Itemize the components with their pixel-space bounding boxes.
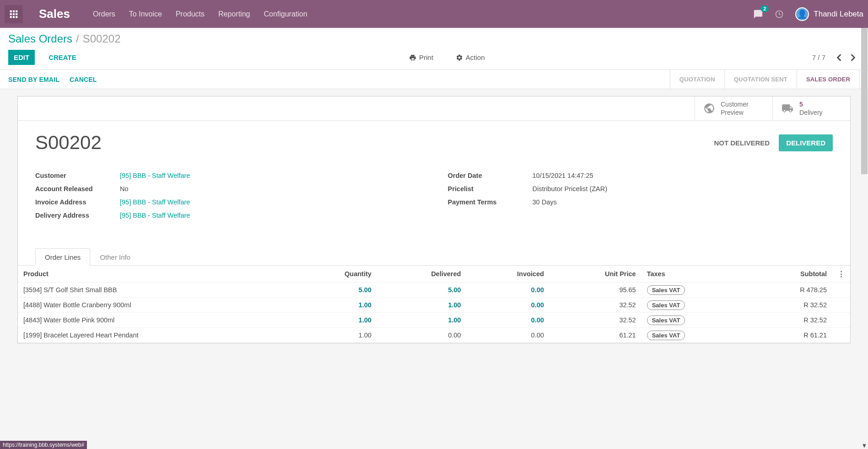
th-delivered: Delivered [377, 266, 467, 283]
table-row[interactable]: [4488] Water Bottle Cranberry 900ml1.001… [18, 298, 850, 313]
status-steps: QUOTATION QUOTATION SENT SALES ORDER [670, 70, 860, 89]
status-bar: SEND BY EMAIL CANCEL QUOTATION QUOTATION… [0, 70, 868, 89]
tax-badge: Sales VAT [647, 331, 685, 340]
svg-rect-4 [13, 13, 15, 15]
value-account-released: No [120, 185, 129, 192]
customer-preview-label1: Customer [721, 100, 749, 108]
activities-icon[interactable] [775, 10, 784, 19]
scrollbar[interactable] [861, 28, 868, 174]
cell-taxes: Sales VAT [642, 283, 749, 298]
cell-product: [3594] S/T Golf Shirt Small BBB [18, 283, 294, 298]
nav-item-reporting[interactable]: Reporting [218, 10, 250, 18]
form-col-left: Customer [95] BBB - Staff Welfare Accoun… [35, 172, 421, 225]
cancel-button[interactable]: CANCEL [70, 76, 97, 83]
delivery-count: 5 [799, 100, 823, 108]
label-order-date: Order Date [448, 172, 533, 179]
cell-subtotal: R 478.25 [749, 283, 832, 298]
cell-unit-price: 32.52 [550, 298, 642, 313]
table-row[interactable]: [3594] S/T Golf Shirt Small BBB5.005.000… [18, 283, 850, 298]
control-panel: Sales Orders / S00202 EDIT CREATE Print … [0, 28, 868, 70]
chat-badge: 2 [760, 5, 769, 12]
tab-order-lines[interactable]: Order Lines [35, 248, 90, 266]
chevron-right-icon [850, 53, 856, 62]
cell-quantity: 1.00 [294, 328, 377, 343]
app-brand[interactable]: Sales [39, 7, 70, 21]
cell-unit-price: 61.21 [550, 328, 642, 343]
pager-text[interactable]: 7 / 7 [812, 53, 825, 61]
cell-delivered: 1.00 [377, 313, 467, 328]
svg-rect-2 [16, 10, 17, 12]
order-lines-table: Product Quantity Delivered Invoiced Unit… [18, 266, 850, 343]
top-navbar: Sales Orders To Invoice Products Reporti… [0, 0, 868, 28]
customer-preview-button[interactable]: Customer Preview [695, 96, 772, 120]
cell-quantity: 1.00 [294, 313, 377, 328]
status-step-quotation-sent[interactable]: QUOTATION SENT [724, 70, 797, 89]
cell-product: [4488] Water Bottle Cranberry 900ml [18, 298, 294, 313]
edit-button[interactable]: EDIT [8, 50, 35, 65]
not-delivered-button[interactable]: NOT DELIVERED [706, 134, 777, 151]
tab-other-info[interactable]: Other Info [90, 248, 140, 266]
messaging-icon[interactable]: 2 [753, 9, 763, 19]
cell-quantity: 1.00 [294, 298, 377, 313]
delivery-status-toggle: NOT DELIVERED DELIVERED [706, 134, 833, 151]
status-step-quotation[interactable]: QUOTATION [670, 70, 724, 89]
table-row[interactable]: [1999] Bracelet Layered Heart Pendant1.0… [18, 328, 850, 343]
breadcrumb-separator: / [76, 32, 79, 45]
tax-badge: Sales VAT [647, 285, 685, 295]
label-delivery-address: Delivery Address [35, 212, 120, 219]
print-icon [409, 54, 416, 61]
nav-menu: Orders To Invoice Products Reporting Con… [93, 10, 307, 18]
tax-badge: Sales VAT [647, 315, 685, 325]
svg-rect-7 [13, 16, 15, 18]
value-order-date: 10/15/2021 14:47:25 [533, 172, 593, 179]
svg-rect-3 [10, 13, 12, 15]
pager-next[interactable] [846, 51, 860, 64]
nav-item-to-invoice[interactable]: To Invoice [129, 10, 162, 18]
value-invoice-address[interactable]: [95] BBB - Staff Welfare [120, 198, 190, 206]
apps-menu-icon[interactable] [5, 5, 23, 23]
pager-prev[interactable] [832, 51, 846, 64]
send-by-email-button[interactable]: SEND BY EMAIL [8, 76, 59, 83]
label-invoice-address: Invoice Address [35, 198, 120, 206]
form-col-right: Order Date 10/15/2021 14:47:25 Pricelist… [448, 172, 833, 225]
breadcrumb-current: S00202 [83, 32, 121, 45]
table-row[interactable]: [4843] Water Bottle Pink 900ml1.001.000.… [18, 313, 850, 328]
label-account-released: Account Released [35, 185, 120, 192]
th-columns-toggle[interactable]: ⋮ [832, 266, 850, 283]
cell-subtotal: R 32.52 [749, 313, 832, 328]
status-step-sales-order[interactable]: SALES ORDER [797, 70, 860, 89]
pager-arrows [832, 51, 860, 64]
user-name: Thandi Lebeta [814, 10, 863, 19]
value-delivery-address[interactable]: [95] BBB - Staff Welfare [120, 212, 190, 219]
form-sheet: Customer Preview 5 Delivery S00202 NOT D… [17, 96, 851, 343]
th-subtotal: Subtotal [749, 266, 832, 283]
th-invoiced: Invoiced [466, 266, 549, 283]
print-button[interactable]: Print [404, 50, 439, 65]
breadcrumb-parent[interactable]: Sales Orders [8, 32, 72, 45]
value-customer[interactable]: [95] BBB - Staff Welfare [120, 172, 190, 179]
cell-invoiced: 0.00 [466, 298, 549, 313]
action-label: Action [466, 53, 485, 61]
cp-right: 7 / 7 [812, 51, 860, 64]
delivered-button[interactable]: DELIVERED [779, 134, 833, 151]
label-customer: Customer [35, 172, 120, 179]
cell-delivered: 5.00 [377, 283, 467, 298]
delivery-button[interactable]: 5 Delivery [772, 96, 850, 120]
print-label: Print [419, 53, 433, 61]
notebook-tabs: Order Lines Other Info [18, 248, 850, 266]
form-fields: Customer [95] BBB - Staff Welfare Accoun… [35, 172, 833, 225]
svg-rect-5 [16, 13, 17, 15]
label-pricelist: Pricelist [448, 185, 533, 192]
action-button[interactable]: Action [450, 50, 491, 65]
cell-invoiced: 0.00 [466, 313, 549, 328]
svg-rect-1 [13, 10, 15, 12]
th-unit-price: Unit Price [550, 266, 642, 283]
nav-item-products[interactable]: Products [176, 10, 205, 18]
nav-item-orders[interactable]: Orders [93, 10, 115, 18]
cell-subtotal: R 32.52 [749, 298, 832, 313]
cell-delivered: 0.00 [377, 328, 467, 343]
create-button[interactable]: CREATE [43, 50, 82, 65]
nav-item-configuration[interactable]: Configuration [264, 10, 307, 18]
chevron-left-icon [836, 53, 842, 62]
user-menu[interactable]: 👤 Thandi Lebeta [795, 7, 863, 21]
